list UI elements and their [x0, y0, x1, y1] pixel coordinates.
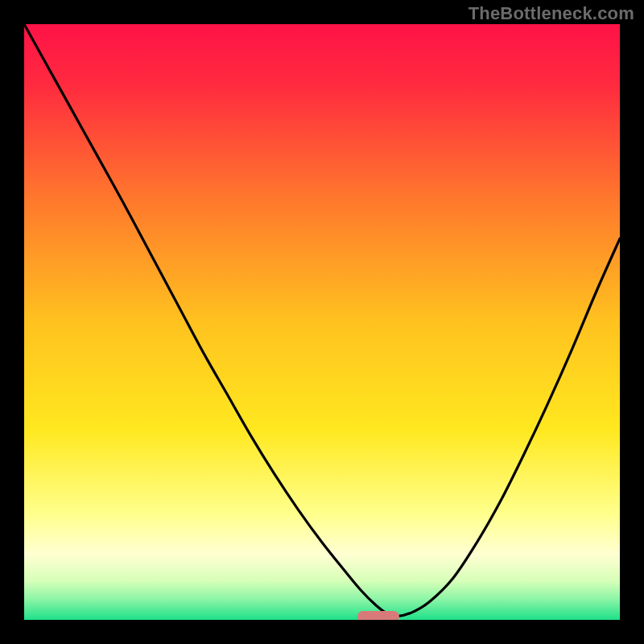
chart-svg [24, 24, 620, 620]
gradient-background [24, 24, 620, 620]
watermark-text: TheBottleneck.com [469, 3, 634, 24]
chart-frame: TheBottleneck.com [0, 0, 644, 644]
plot-area [24, 24, 620, 620]
optimal-range-marker [357, 611, 399, 620]
